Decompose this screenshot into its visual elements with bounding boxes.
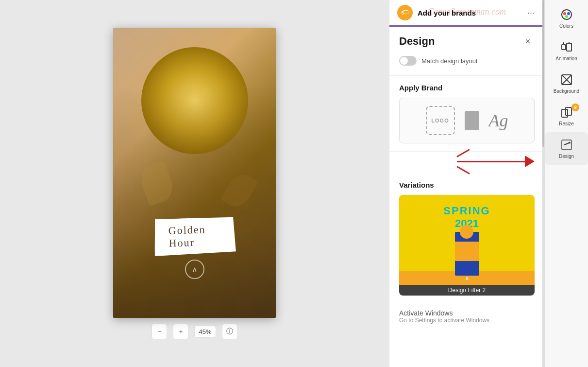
sidebar-item-design[interactable]: Design — [545, 132, 588, 165]
colors-label: Colors — [559, 23, 573, 29]
arrow-line — [457, 161, 525, 162]
design-icon — [560, 138, 573, 152]
variation-thumbnail: SPRING 2021 ∧ — [399, 195, 535, 285]
variations-section: Variations SPRING 2021 — [389, 173, 544, 303]
animation-icon — [560, 40, 573, 54]
font-preview: Ag — [489, 110, 508, 131]
right-panel: 🏷 Add your brands CanvaScreenman.com ···… — [389, 0, 544, 367]
canvas-wrapper: Golden Hour ∧ − + 45% ⓘ — [113, 28, 276, 339]
person-head — [460, 225, 473, 239]
person-top — [455, 242, 479, 261]
zoom-level-display[interactable]: 45% — [194, 326, 216, 338]
sidebar-item-background[interactable]: Background — [545, 67, 588, 100]
info-button[interactable]: ⓘ — [222, 324, 237, 339]
crown-badge: ♛ — [571, 104, 579, 111]
svg-point-3 — [565, 15, 568, 18]
logo-placeholder: LOGO — [426, 106, 455, 135]
arrow-decoration-container — [389, 152, 544, 171]
text-banner: Golden Hour — [153, 216, 235, 256]
banner-text: Golden Hour — [168, 223, 206, 249]
brand-bar: 🏷 Add your brands CanvaScreenman.com ··· — [389, 0, 544, 27]
brand-color-swatch — [465, 111, 479, 130]
design-label: Design — [559, 154, 574, 159]
sidebar-item-colors[interactable]: Colors — [545, 2, 588, 35]
panel-scrollbar-thumb — [542, 0, 544, 147]
activate-windows-subtitle: Go to Settings to activate Windows. — [399, 317, 535, 324]
variation-person-figure — [455, 232, 479, 276]
close-panel-button[interactable]: × — [521, 35, 535, 48]
svg-point-1 — [563, 12, 566, 15]
brand-title: Add your brands — [418, 9, 525, 17]
sidebar-item-animation[interactable]: Animation — [545, 35, 588, 67]
variation-spring-text: SPRING — [443, 205, 490, 217]
more-options-button[interactable]: ··· — [525, 6, 537, 20]
variation-label: Design Filter 2 — [399, 285, 535, 296]
variation-card[interactable]: SPRING 2021 ∧ Design Filter 2 — [399, 195, 535, 296]
canvas-toolbar: − + 45% ⓘ — [151, 324, 237, 339]
canvas-area: Golden Hour ∧ − + 45% ⓘ — [0, 0, 389, 367]
resize-label: Resize — [559, 121, 574, 126]
match-layout-toggle[interactable] — [399, 56, 417, 66]
colors-icon — [560, 8, 573, 21]
toggle-label: Match design layout — [421, 57, 478, 65]
icon-sidebar: Colors Animation Background ♛ — [544, 0, 588, 367]
variations-title: Variations — [399, 181, 535, 189]
apply-brand-section: Apply Brand LOGO Ag — [389, 76, 544, 152]
svg-rect-11 — [562, 109, 568, 117]
background-icon — [560, 73, 573, 87]
svg-rect-4 — [562, 45, 566, 50]
sidebar-item-resize[interactable]: ♛ Resize — [545, 100, 588, 132]
bottom-up-arrow: ∧ — [185, 260, 204, 279]
red-arrow — [457, 156, 535, 167]
panel-content: Design × Match design layout Apply Brand… — [389, 27, 544, 367]
zoom-in-button[interactable]: + — [173, 324, 188, 339]
brand-card[interactable]: LOGO Ag — [399, 98, 535, 143]
section-header: Design × — [399, 35, 535, 48]
activate-windows-area: Activate Windows Go to Settings to activ… — [389, 303, 544, 330]
design-section: Design × Match design layout — [389, 27, 544, 76]
svg-rect-5 — [567, 43, 571, 51]
activate-windows-title: Activate Windows — [399, 309, 535, 317]
zoom-out-button[interactable]: − — [151, 324, 167, 339]
design-panel-title: Design — [399, 35, 435, 48]
arrow-head — [525, 156, 535, 167]
svg-rect-13 — [562, 140, 571, 150]
apply-brand-title: Apply Brand — [399, 84, 535, 92]
background-label: Background — [554, 88, 579, 94]
toggle-row: Match design layout — [399, 56, 535, 66]
animation-label: Animation — [555, 56, 577, 61]
svg-point-15 — [569, 142, 571, 144]
panel-scrollbar[interactable] — [542, 0, 544, 367]
svg-rect-12 — [566, 107, 571, 115]
brand-icon: 🏷 — [397, 5, 413, 20]
design-canvas: Golden Hour ∧ — [113, 28, 276, 318]
svg-point-2 — [567, 12, 570, 15]
